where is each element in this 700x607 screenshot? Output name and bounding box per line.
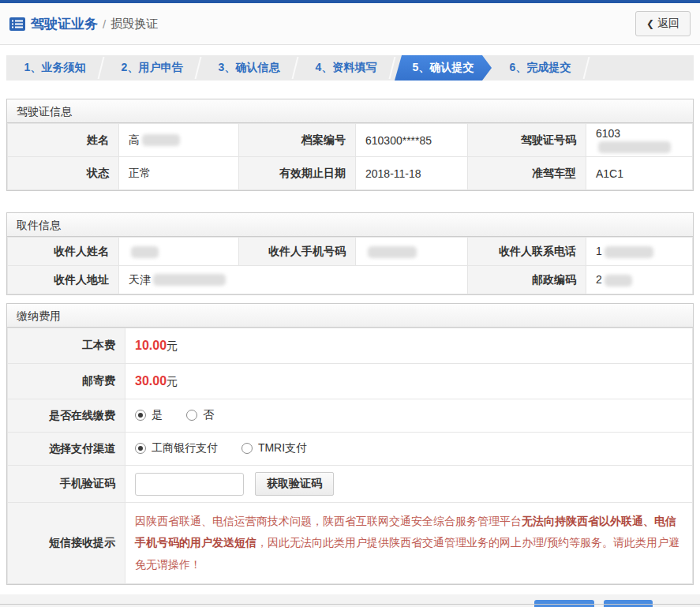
step-5-confirm-submit-active[interactable]: 5、确认提交 (395, 55, 492, 81)
redacted-value (605, 246, 653, 258)
license-number-label: 驾驶证号码 (468, 124, 586, 157)
get-code-button[interactable]: 获取验证码 (255, 472, 334, 496)
notice-part-1: 因陕西省联通、电信运营商技术问题，陕西省互联网交通安全综合服务管理平台 (135, 515, 522, 527)
pickup-info-section: 取件信息 收件人姓名 收件人手机号码 收件人联系电话 1 收件人地址 天津 邮政… (6, 212, 694, 295)
file-number-label: 档案编号 (239, 124, 356, 157)
radio-selected-icon (135, 410, 146, 421)
payment-table: 工本费 10.00元 邮寄费 30.00元 是否在线缴费 是 否 选择支付渠道 (7, 328, 693, 584)
status-label: 状态 (8, 157, 119, 190)
payment-section-title: 缴纳费用 (7, 304, 693, 328)
payment-channel-label: 选择支付渠道 (8, 433, 125, 466)
footer-action-bar: 上一步 完成 (0, 594, 700, 607)
postal-code-label: 邮政编码 (468, 266, 586, 294)
page-bottom-divider (0, 604, 700, 605)
online-payment-label: 是否在线缴费 (8, 399, 125, 433)
pickup-section-title: 取件信息 (7, 213, 693, 237)
license-number-text: 6103 (596, 127, 620, 140)
breadcrumb: 驾驶证业务 / 损毁换证 (9, 15, 158, 33)
name-value: 高 (119, 124, 239, 157)
production-fee-amount: 10.00 (135, 339, 167, 352)
recipient-phone-text: 1 (596, 245, 602, 257)
name-label: 姓名 (8, 124, 119, 157)
license-info-section: 驾驶证信息 姓名 高 档案编号 610300****85 驾驶证号码 6103 … (6, 99, 694, 191)
table-row: 状态 正常 有效期止日期 2018-11-18 准驾车型 A1C1 (8, 157, 693, 190)
recipient-address-label: 收件人地址 (8, 266, 119, 294)
postage-fee-value: 30.00元 (125, 364, 693, 399)
recipient-mobile-label: 收件人手机号码 (239, 238, 356, 266)
sms-notice-text: 因陕西省联通、电信运营商技术问题，陕西省互联网交通安全综合服务管理平台无法向持陕… (135, 515, 679, 571)
breadcrumb-separator: / (103, 17, 106, 31)
production-fee-unit: 元 (167, 339, 178, 352)
step-label: 3、确认信息 (219, 61, 280, 75)
sms-code-input[interactable] (135, 473, 244, 496)
page: 驾驶证业务 / 损毁换证 ❮ 返回 1、业务须知 2、用户申告 3、确认信息 4… (0, 0, 700, 607)
recipient-phone-value: 1 (586, 238, 693, 266)
file-number-value: 610300****85 (356, 124, 468, 157)
redacted-value (142, 134, 180, 146)
table-row: 手机验证码 获取验证码 (8, 466, 693, 503)
name-text: 高 (129, 133, 140, 146)
step-4-fill-data[interactable]: 4、资料填写 (298, 55, 395, 81)
recipient-address-text: 天津 (129, 273, 151, 286)
step-label: 6、完成提交 (510, 61, 571, 75)
radio-unselected-icon (186, 410, 197, 421)
redacted-value (368, 246, 417, 258)
table-row: 短信接收提示 因陕西省联通、电信运营商技术问题，陕西省互联网交通安全综合服务管理… (8, 503, 693, 584)
postage-fee-unit: 元 (167, 375, 178, 388)
radio-tmri-payment[interactable]: TMRI支付 (241, 441, 307, 455)
redacted-value (131, 246, 159, 258)
back-button-label: 返回 (657, 17, 679, 31)
recipient-phone-label: 收件人联系电话 (468, 238, 586, 266)
pickup-info-table: 收件人姓名 收件人手机号码 收件人联系电话 1 收件人地址 天津 邮政编码 2 (7, 237, 693, 294)
table-row: 工本费 10.00元 (8, 328, 693, 364)
online-payment-options: 是 否 (125, 399, 693, 433)
step-nav: 1、业务须知 2、用户申告 3、确认信息 4、资料填写 5、确认提交 6、完成提… (6, 55, 694, 81)
license-number-value: 6103 (586, 124, 693, 157)
step-nav-filler (589, 55, 694, 81)
step-label: 2、用户申告 (122, 61, 183, 75)
radio-no-label: 否 (203, 408, 214, 422)
table-row: 邮寄费 30.00元 (8, 364, 693, 399)
production-fee-label: 工本费 (8, 328, 125, 364)
radio-unselected-icon (241, 443, 253, 454)
postal-code-value: 2 (586, 266, 693, 294)
expiry-date-label: 有效期止日期 (239, 157, 356, 190)
step-1-business-notes[interactable]: 1、业务须知 (6, 55, 103, 81)
step-label: 5、确认提交 (413, 61, 474, 75)
page-header: 驾驶证业务 / 损毁换证 ❮ 返回 (0, 3, 700, 45)
radio-tmri-label: TMRI支付 (258, 441, 307, 455)
table-row: 姓名 高 档案编号 610300****85 驾驶证号码 6103 (8, 124, 693, 157)
payment-channel-options: 工商银行支付 TMRI支付 (125, 433, 693, 466)
table-row: 收件人地址 天津 邮政编码 2 (8, 266, 693, 294)
vehicle-class-label: 准驾车型 (468, 157, 586, 190)
redacted-value (153, 274, 226, 286)
step-6-finish-submit[interactable]: 6、完成提交 (492, 55, 589, 81)
step-2-user-declaration[interactable]: 2、用户申告 (103, 55, 200, 81)
redacted-value (605, 275, 632, 287)
license-info-table: 姓名 高 档案编号 610300****85 驾驶证号码 6103 状态 正常 … (7, 123, 693, 190)
radio-icbc-label: 工商银行支付 (152, 441, 218, 455)
redacted-value (598, 141, 671, 153)
payment-section: 缴纳费用 工本费 10.00元 邮寄费 30.00元 是否在线缴费 是 否 (6, 303, 694, 585)
list-icon (9, 17, 25, 31)
postage-fee-amount: 30.00 (135, 374, 167, 388)
back-button[interactable]: ❮ 返回 (635, 11, 691, 36)
postal-code-text: 2 (596, 273, 602, 286)
table-row: 收件人姓名 收件人手机号码 收件人联系电话 1 (8, 238, 693, 266)
table-row: 是否在线缴费 是 否 (8, 399, 693, 433)
step-label: 1、业务须知 (24, 61, 86, 75)
recipient-name-value (119, 238, 239, 266)
step-label: 4、资料填写 (316, 61, 377, 75)
sms-code-cell: 获取验证码 (125, 466, 693, 503)
radio-yes-label: 是 (152, 408, 163, 422)
radio-yes[interactable]: 是 (135, 408, 163, 422)
recipient-address-value: 天津 (119, 266, 468, 294)
recipient-mobile-value (356, 238, 468, 266)
radio-icbc-payment[interactable]: 工商银行支付 (135, 441, 218, 455)
table-row: 选择支付渠道 工商银行支付 TMRI支付 (8, 433, 693, 466)
step-3-confirm-info[interactable]: 3、确认信息 (200, 55, 298, 81)
sms-notice-label: 短信接收提示 (8, 503, 125, 584)
radio-no[interactable]: 否 (186, 408, 214, 422)
chevron-left-icon: ❮ (646, 18, 654, 29)
sms-notice-cell: 因陕西省联通、电信运营商技术问题，陕西省互联网交通安全综合服务管理平台无法向持陕… (125, 503, 693, 584)
